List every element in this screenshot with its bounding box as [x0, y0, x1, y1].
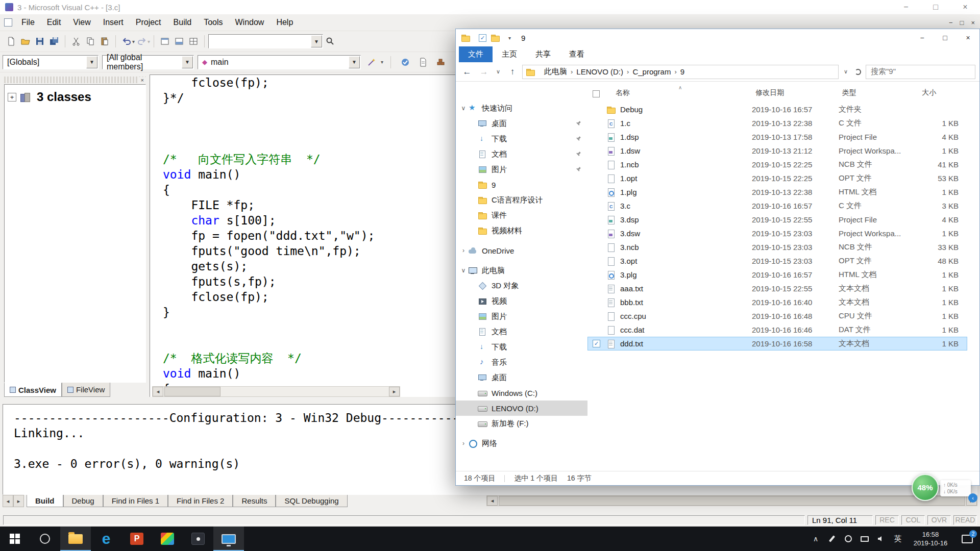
- output-tab-debug[interactable]: Debug: [63, 495, 103, 507]
- file-row[interactable]: bbb.txt2019-10-16 16:40文本文档1 KB: [587, 295, 967, 309]
- save-all-icon[interactable]: [47, 34, 61, 48]
- tray-app-icon[interactable]: [840, 527, 856, 551]
- taskbar-clock[interactable]: 16:58 2019-10-16: [906, 530, 954, 547]
- pen-icon[interactable]: [824, 527, 840, 551]
- menu-view[interactable]: View: [67, 16, 96, 29]
- code-line[interactable]: /* 格式化读写内容 */: [163, 350, 375, 366]
- taskbar-app-colorful[interactable]: [152, 527, 183, 551]
- menu-project[interactable]: Project: [130, 16, 167, 29]
- wizard-dropdown-icon[interactable]: ▾: [381, 59, 383, 65]
- breadcrumb-item-9[interactable]: 9: [677, 67, 688, 76]
- breadcrumb[interactable]: 此电脑›LENOVO (D:)›C_program›9: [522, 65, 839, 79]
- sidebar-item-new-volume-f[interactable]: 新加卷 (F:): [456, 416, 587, 431]
- chevron-down-icon[interactable]: ▼: [182, 56, 193, 68]
- sidebar-item-music[interactable]: 音乐: [456, 355, 587, 370]
- panel-close-icon[interactable]: ×: [139, 77, 146, 83]
- language-indicator[interactable]: 英: [889, 527, 906, 551]
- scrollbar-thumb[interactable]: [499, 496, 965, 506]
- menu-tools[interactable]: Tools: [198, 16, 229, 29]
- hidden-icons-chevron-icon[interactable]: ∧: [807, 527, 824, 551]
- taskbar-recorder-app[interactable]: [213, 527, 244, 551]
- file-row[interactable]: aaa.txt2019-10-15 22:55文本文档1 KB: [587, 282, 967, 295]
- column-header-date-modified[interactable]: 修改日期: [755, 88, 842, 97]
- volume-icon[interactable]: [873, 527, 889, 551]
- network-icon[interactable]: [856, 527, 873, 551]
- scroll-right-icon[interactable]: ▸: [389, 387, 400, 396]
- file-row[interactable]: 3.opt2019-10-15 23:03OPT 文件48 KB: [587, 254, 967, 268]
- taskbar-app-dark[interactable]: [183, 527, 213, 551]
- recent-locations-icon[interactable]: ∨: [494, 68, 503, 75]
- wizard-actions-icon[interactable]: [364, 55, 379, 69]
- breadcrumb-item-lenovo-d[interactable]: LENOVO (D:): [573, 67, 627, 76]
- search-icon[interactable]: [323, 34, 337, 48]
- address-dropdown-icon[interactable]: ∨: [841, 68, 850, 75]
- recorder-progress-ball[interactable]: 48%: [912, 474, 939, 501]
- sidebar-item-c-language-design[interactable]: C语言程序设计: [456, 192, 587, 208]
- tab-scroll-left-icon[interactable]: ◂: [3, 495, 13, 507]
- tab-fileview[interactable]: FileView: [62, 383, 110, 397]
- maximize-icon[interactable]: □: [921, 0, 950, 14]
- recorder-expand-icon[interactable]: ‹: [968, 493, 977, 503]
- function-combo[interactable]: ◆main▼: [198, 55, 361, 69]
- sidebar-item-videos[interactable]: 视频: [456, 293, 587, 309]
- build-icon[interactable]: [434, 55, 448, 69]
- column-header-type[interactable]: 类型: [842, 88, 916, 97]
- output-tab-find-in-files-1[interactable]: Find in Files 1: [103, 495, 168, 507]
- up-icon[interactable]: ↑: [505, 67, 520, 77]
- redo-dropdown-icon[interactable]: ▾: [148, 39, 150, 44]
- file-row[interactable]: 1.plg2019-10-13 22:38HTML 文档1 KB: [587, 185, 967, 199]
- expand-plus-icon[interactable]: +: [8, 93, 16, 102]
- file-row[interactable]: 1.dsp2019-10-13 17:58Project File4 KB: [587, 130, 967, 144]
- file-row[interactable]: ccc.cpu2019-10-16 16:48CPU 文件1 KB: [587, 309, 967, 323]
- qat-properties-icon[interactable]: ✓: [479, 34, 486, 42]
- chevron-down-icon[interactable]: ▼: [349, 56, 360, 68]
- select-all-checkbox[interactable]: [593, 90, 600, 97]
- code-line[interactable]: fputs("good time\n",fp);: [163, 243, 375, 259]
- qat-new-folder-icon[interactable]: [491, 34, 500, 42]
- window-list-icon[interactable]: [186, 34, 201, 48]
- checkbox[interactable]: ✓: [593, 340, 600, 347]
- back-icon[interactable]: ←: [460, 67, 474, 77]
- sidebar-item-desktop[interactable]: 桌面: [456, 116, 587, 131]
- code-line[interactable]: char s[100];: [163, 213, 375, 228]
- code-line[interactable]: gets(s);: [163, 259, 375, 274]
- cut-icon[interactable]: [69, 34, 83, 48]
- menu-build[interactable]: Build: [167, 16, 198, 29]
- sidebar-item-3d-objects[interactable]: 3D 对象: [456, 278, 587, 293]
- undo-icon[interactable]: [119, 34, 134, 48]
- file-row[interactable]: 3.dsw2019-10-15 23:03Project Workspa...1…: [587, 227, 967, 240]
- compile-icon[interactable]: [416, 55, 430, 69]
- taskbar-file-explorer[interactable]: [60, 527, 91, 551]
- paste-icon[interactable]: [97, 34, 112, 48]
- globals-combo[interactable]: [Globals]▼: [3, 55, 99, 69]
- code-line[interactable]: [163, 335, 375, 350]
- code-line[interactable]: }: [163, 305, 375, 320]
- sidebar-item-onedrive[interactable]: ›OneDrive: [456, 243, 587, 258]
- copy-icon[interactable]: [83, 34, 97, 48]
- members-combo[interactable]: [All global members]▼: [102, 55, 194, 69]
- code-line[interactable]: fclose(fp);: [163, 289, 375, 305]
- start-button[interactable]: [0, 527, 30, 551]
- sidebar-item-folder-9[interactable]: 9: [456, 177, 587, 192]
- sidebar-item-pictures-pc[interactable]: 图片: [456, 309, 587, 324]
- sidebar-item-documents-pc[interactable]: 文档: [456, 324, 587, 339]
- code-line[interactable]: fp = fopen("ddd.txt","w");: [163, 228, 375, 243]
- expander-chevron-icon[interactable]: ∨: [459, 105, 468, 112]
- action-center-button[interactable]: 2: [954, 527, 980, 551]
- sidebar-item-video-materials[interactable]: 视频材料: [456, 223, 587, 238]
- file-row[interactable]: 3.c2019-10-16 16:57C 文件3 KB: [587, 199, 967, 213]
- output-tab-build[interactable]: Build: [27, 495, 63, 507]
- file-row[interactable]: Debug2019-10-16 16:57文件夹: [587, 103, 967, 116]
- expander-chevron-icon[interactable]: ›: [459, 247, 468, 254]
- taskbar-powerpoint[interactable]: P: [121, 527, 152, 551]
- taskbar-edge[interactable]: e: [91, 527, 121, 551]
- file-row[interactable]: 1.opt2019-10-15 22:25OPT 文件53 KB: [587, 171, 967, 185]
- scroll-left-icon[interactable]: ◂: [487, 496, 498, 506]
- minimize-icon[interactable]: −: [891, 0, 921, 14]
- breadcrumb-item-c-program[interactable]: C_program: [629, 67, 674, 76]
- tab-scroll-right-icon[interactable]: ▸: [13, 495, 24, 507]
- file-row[interactable]: 1.c2019-10-13 22:38C 文件1 KB: [587, 116, 967, 130]
- file-row[interactable]: ✓ddd.txt2019-10-16 16:58文本文档1 KB: [587, 337, 967, 350]
- sidebar-item-this-pc[interactable]: ∨此电脑: [456, 263, 587, 278]
- menu-file[interactable]: File: [15, 16, 41, 29]
